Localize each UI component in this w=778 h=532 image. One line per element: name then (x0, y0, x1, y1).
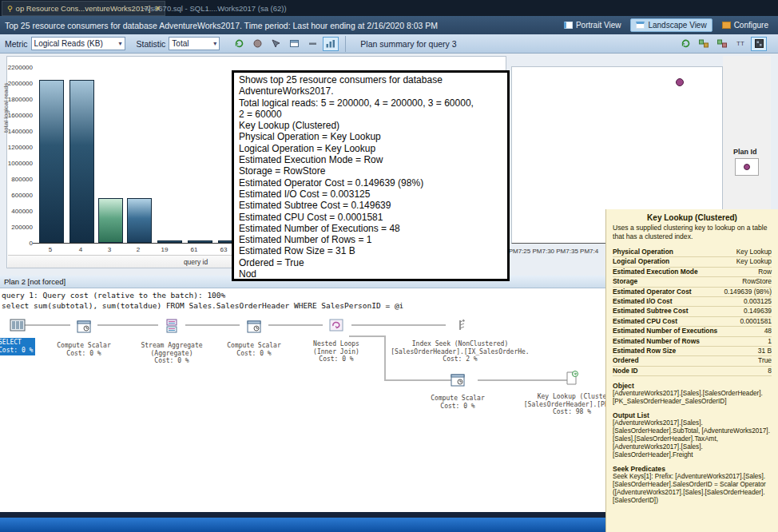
metric-dropdown[interactable]: Logical Reads (KB) ▾ (31, 37, 125, 50)
nested-loops-icon (328, 319, 344, 335)
y-axis-tick: 2000000 (4, 80, 33, 87)
detail-section: Output List[AdventureWorks2017].[Sales].… (613, 411, 772, 459)
y-axis-tick: 1800000 (4, 96, 33, 103)
plan-summary-title: Plan summary for query 3 (360, 39, 666, 49)
y-axis-tick: 600000 (4, 192, 33, 199)
minimize-icon[interactable] (304, 37, 320, 51)
operator-label: Key Lookup (Cluste[SalesOrderHeader].[PK… (508, 393, 605, 416)
operator-label: Compute ScalarCost: 0 % (418, 395, 498, 410)
x-axis-tick: 63 (215, 246, 232, 253)
annotation-line: Key Lookup (Clustered) (239, 120, 502, 131)
tab-sql-file[interactable]: ~vs8670.sql - SQL1....Works2017 (sa (62)… (137, 1, 292, 16)
x-axis-tick: 3 (101, 246, 118, 253)
bar-query-3[interactable] (98, 198, 123, 243)
nested-loops-operator[interactable]: Nested Loops(Inner Join)Cost: 0 % (296, 319, 376, 363)
y-axis-tick: 1400000 (4, 128, 33, 135)
plan-point[interactable] (676, 78, 684, 86)
key-lookup-operator[interactable]: Key Lookup (Cluste[SalesOrderHeader].[PK… (508, 371, 605, 416)
detail-row: Estimated I/O Cost0.003125 (613, 297, 772, 307)
app-window: ⚲ op Resource Cons...ventureWorks2017] ×… (0, 0, 778, 532)
chevron-down-icon: ▾ (213, 40, 216, 47)
annotation-line: Estimated Subtree Cost = 0.149639 (239, 200, 502, 211)
y-axis-tick: 1600000 (4, 112, 33, 119)
operator-label: Compute ScalarCost: 0 % (214, 342, 294, 357)
grid-view-icon[interactable] (751, 37, 767, 51)
time-axis-labels: 0 PM7:25 PM7:30 PM7:35 PM7:4 (503, 248, 607, 255)
refresh-icon[interactable] (231, 37, 247, 51)
details-title: Key Lookup (Clustered) (613, 213, 772, 222)
bar-query-4[interactable] (69, 80, 94, 243)
stream-aggregate-operator[interactable]: Stream Aggregate(Aggregate)Cost: 0 % (128, 319, 216, 365)
unforce-plan-icon[interactable] (714, 37, 730, 51)
x-axis-title: query id (164, 258, 228, 266)
y-axis-tick: 0 (4, 240, 33, 247)
detail-section: Seek PredicatesSeek Keys[1]: Prefix: [Ad… (613, 465, 772, 505)
report-header-bar: Top 25 resource consumers for database A… (0, 16, 778, 34)
refresh-plan-icon[interactable] (677, 37, 693, 51)
bar-query-2[interactable] (127, 198, 152, 243)
annotation-line: Nod (239, 268, 502, 280)
annotation-line: Ordered = True (239, 257, 502, 268)
stream-aggregate-icon (164, 319, 180, 336)
compute-scalar-icon (76, 320, 92, 336)
detail-row: Estimated Row Size31 B (613, 347, 772, 356)
operator-label: Index Seek (NonClustered)[SalesOrderHead… (376, 340, 544, 363)
annotation-line: Physical Operation = Key Lookup (239, 131, 502, 142)
configure-button[interactable]: Configure (717, 19, 773, 31)
detail-row: Node ID8 (613, 367, 772, 376)
chart-view-icon[interactable] (323, 37, 339, 51)
annotation-line: Estimated Operator Cost = 0.149639 (98%) (239, 177, 502, 189)
legend-plan-id-key[interactable] (735, 158, 759, 176)
detail-row: Estimated CPU Cost0.0001581 (613, 317, 772, 327)
landscape-view-icon (636, 22, 645, 29)
y-axis-tick: 1000000 (4, 160, 33, 167)
x-axis-tick: 4 (72, 246, 89, 253)
force-plan-icon[interactable] (696, 37, 712, 51)
document-tab-bar: ⚲ op Resource Cons...ventureWorks2017] ×… (0, 0, 778, 16)
record-icon[interactable] (249, 37, 265, 51)
pin-icon[interactable]: ⚲ (7, 5, 13, 13)
compute-scalar-icon (450, 374, 466, 390)
statistic-dropdown[interactable]: Total ▾ (169, 37, 220, 50)
annotation-line: Logical Operation = Key Lookup (239, 143, 502, 154)
tab-label: ~vs8670.sql - SQL1....Works2017 (sa (62)… (142, 4, 287, 13)
index-seek-operator[interactable]: Index Seek (NonClustered)[SalesOrderHead… (376, 319, 544, 363)
annotation-line: Estimated Number of Executions = 48 (239, 223, 502, 234)
key-lookup-icon (564, 371, 580, 388)
select-operator[interactable]: SELECTCost: 0 % (0, 319, 38, 335)
portrait-view-button[interactable]: Portrait View (559, 19, 626, 31)
detail-row: Physical OperationKey Lookup (613, 248, 772, 257)
y-axis-label: total logical reads (2, 83, 10, 133)
compute-scalar-operator-3[interactable]: Compute ScalarCost: 0 % (418, 374, 498, 410)
x-axis-tick: 61 (185, 246, 203, 253)
query-statement: select sum(subtotal), sum(totaldue) FROM… (2, 300, 605, 311)
compute-scalar-operator[interactable]: Compute ScalarCost: 0 % (44, 320, 124, 357)
execution-plan-canvas: SELECTCost: 0 %Compute ScalarCost: 0 %St… (0, 314, 605, 512)
operator-label: Stream Aggregate(Aggregate)Cost: 0 % (128, 342, 216, 365)
compute-scalar-icon (246, 320, 262, 336)
operator-label: SELECTCost: 0 % (0, 338, 35, 355)
x-axis-tick: 19 (156, 246, 173, 253)
annotation-line: AdventureWorks2017. (239, 85, 502, 97)
operator-details-panel: Key Lookup (Clustered) Uses a supplied c… (605, 209, 778, 532)
compute-scalar-operator-2[interactable]: Compute ScalarCost: 0 % (214, 320, 294, 357)
y-axis-tick: 800000 (4, 176, 33, 183)
detail-section: Object[AdventureWorks2017].[Sales].[Sale… (613, 382, 772, 406)
annotation-line: 2 = 60000 (239, 109, 502, 120)
y-axis-tick: 2200000 (4, 64, 33, 71)
operator-label: Compute ScalarCost: 0 % (44, 342, 124, 357)
landscape-view-button[interactable]: Landscape View (630, 18, 712, 32)
new-window-icon[interactable] (286, 37, 302, 51)
track-query-icon[interactable] (268, 37, 284, 51)
detail-row: Estimated Operator Cost0.149639 (98%) (613, 288, 772, 297)
tab-label: op Resource Cons...ventureWorks2017] (16, 4, 151, 13)
toolbar-divider (345, 36, 346, 52)
details-description: Uses a supplied clustering key to lookup… (613, 224, 772, 240)
bar-query-5[interactable] (39, 80, 64, 243)
operator-label: Nested Loops(Inner Join)Cost: 0 % (296, 340, 376, 363)
plan-id-dot-icon (744, 164, 750, 170)
detail-row: Estimated Number of Rows1 (613, 337, 772, 347)
compare-plans-icon[interactable]: ΤΤ (732, 37, 748, 51)
y-axis-tick: 400000 (4, 208, 33, 215)
annotation-tooltip: Shows top 25 resource consumers for data… (232, 70, 510, 281)
